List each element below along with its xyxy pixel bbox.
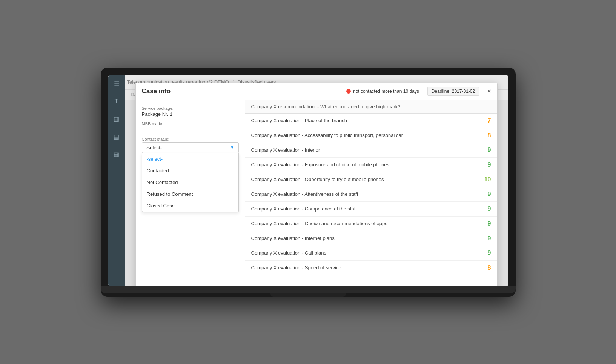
deadline-badge: Deadline: 2017-01-02 xyxy=(427,87,479,96)
contact-status-select-container: -select- ▼ -select- Contacted Not Contac… xyxy=(142,142,239,153)
right-panel: Company X recommendation. - What encoura… xyxy=(245,100,497,286)
eval-row: Company X evaluation - Accessability to … xyxy=(245,128,497,143)
dropdown-item-not-contacted[interactable]: Not Contacted xyxy=(142,177,238,188)
eval-row: Company X evaluation - Place of the bran… xyxy=(245,114,497,128)
eval-score: 9 xyxy=(480,191,491,198)
eval-label: Company X evaluation - Opportunity to tr… xyxy=(251,177,384,182)
app-background: ⚡ Telecommunication results reporting V2… xyxy=(108,75,508,286)
eval-row: Company X evaluation - Call plans 9 xyxy=(245,246,497,261)
contact-status-label: Contact status: xyxy=(142,137,239,141)
contact-status-select[interactable]: -select- ▼ xyxy=(142,142,239,153)
service-package-value: Package Nr. 1 xyxy=(142,111,239,117)
eval-score: 8 xyxy=(480,132,491,139)
select-value: -select- xyxy=(146,145,162,151)
close-icon[interactable]: × xyxy=(487,88,491,95)
eval-label: Company X evaluation - Call plans xyxy=(251,250,326,256)
modal-overlay: Case info not contacted more than 10 day… xyxy=(125,75,508,286)
right-panel-header: Company X recommendation. - What encoura… xyxy=(245,100,497,114)
dropdown-item-closed[interactable]: Closed Case xyxy=(142,200,238,212)
mbb-label: MBB made: xyxy=(142,121,239,126)
sidebar-icon-list[interactable]: ▤ xyxy=(111,131,121,143)
eval-row: Company X evaluation - Exposure and choi… xyxy=(245,158,497,172)
eval-score: 9 xyxy=(480,206,491,212)
service-package-label: Service package: xyxy=(142,106,239,111)
dropdown-item-contacted[interactable]: Contacted xyxy=(142,165,238,177)
eval-score: 7 xyxy=(480,117,491,124)
eval-label: Company X evaluation - Place of the bran… xyxy=(251,118,347,123)
left-panel: Service package: Package Nr. 1 MBB made:… xyxy=(136,100,245,286)
main-content: Darbuotojas: Påikio statistikö Santrauka… xyxy=(125,90,508,100)
mbb-value xyxy=(142,127,239,132)
modal-status: not contacted more than 10 days xyxy=(346,89,419,94)
eval-score: 9 xyxy=(480,250,491,256)
status-text: not contacted more than 10 days xyxy=(353,89,419,94)
laptop-screen: ⚡ Telecommunication results reporting V2… xyxy=(108,75,508,286)
eval-label: Company X evaluation - Choice and recomm… xyxy=(251,221,387,226)
case-info-modal: Case info not contacted more than 10 day… xyxy=(135,83,498,286)
eval-row: Company X evaluation - Internet plans 9 xyxy=(245,231,497,246)
modal-title: Case info xyxy=(142,88,171,95)
laptop-frame: ⚡ Telecommunication results reporting V2… xyxy=(101,68,516,297)
eval-score: 8 xyxy=(480,264,491,271)
eval-label: Company X evaluation - Competence of the… xyxy=(251,206,357,212)
eval-row: Company X evaluation - Competence of the… xyxy=(245,202,497,217)
eval-label: Company X evaluation - Interior xyxy=(251,147,320,153)
dropdown-item-refused[interactable]: Refused to Comment xyxy=(142,188,238,200)
eval-score: 9 xyxy=(480,220,491,227)
eval-row: Company X evaluation - Speed of service … xyxy=(245,261,497,275)
eval-row: Company X evaluation - Interior 9 xyxy=(245,143,497,158)
eval-row: Company X evaluation - Attentiveness of … xyxy=(245,187,497,202)
eval-row: Company X evaluation - Choice and recomm… xyxy=(245,217,497,231)
sidebar-icon-chart[interactable]: ▦ xyxy=(111,149,121,160)
eval-label: Company X evaluation - Exposure and choi… xyxy=(251,162,389,167)
eval-label: Company X evaluation - Accessability to … xyxy=(251,132,403,138)
sidebar-icon-grid[interactable]: ▦ xyxy=(111,113,121,125)
sidebar-icon-menu[interactable]: ☰ xyxy=(112,78,121,90)
laptop-stand xyxy=(270,293,346,297)
chevron-down-icon: ▼ xyxy=(230,145,235,150)
eval-label: Company X evaluation - Internet plans xyxy=(251,235,335,241)
eval-label: Company X evaluation - Speed of service xyxy=(251,265,341,270)
status-dot-icon xyxy=(346,89,351,94)
eval-label: Company X evaluation - Attentiveness of … xyxy=(251,191,358,197)
contact-status-dropdown: -select- Contacted Not Contacted Refused… xyxy=(142,153,239,212)
eval-row: Company X evaluation - Opportunity to tr… xyxy=(245,172,497,187)
modal-body: Service package: Package Nr. 1 MBB made:… xyxy=(136,100,497,286)
dropdown-item-select[interactable]: -select- xyxy=(142,153,238,165)
eval-score: 9 xyxy=(480,161,491,168)
eval-score: 10 xyxy=(480,176,491,183)
laptop-base xyxy=(101,286,516,293)
eval-score: 9 xyxy=(480,235,491,242)
evaluation-list: Company X evaluation - Place of the bran… xyxy=(245,114,497,286)
eval-score: 9 xyxy=(480,147,491,154)
sidebar: ☰ T ▦ ▤ ▦ xyxy=(108,75,125,286)
modal-header: Case info not contacted more than 10 day… xyxy=(136,83,497,100)
sidebar-icon-text[interactable]: T xyxy=(112,96,121,107)
